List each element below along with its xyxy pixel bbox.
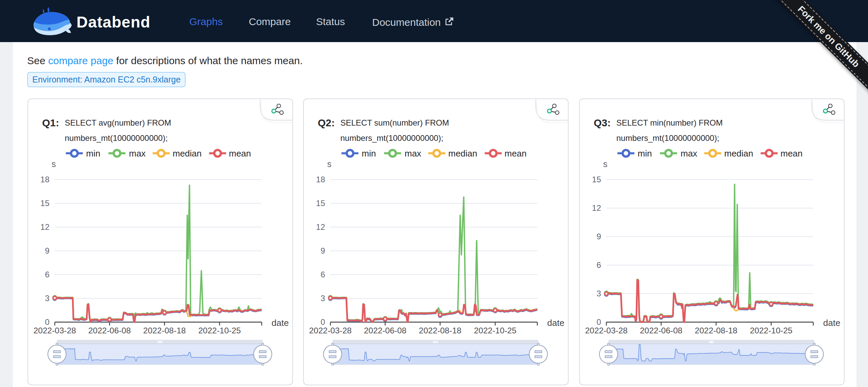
svg-text:2022-03-28: 2022-03-28 (585, 326, 627, 335)
svg-text:15: 15 (40, 199, 49, 208)
svg-text:2022-08-18: 2022-08-18 (695, 326, 737, 335)
svg-text:2022-08-18: 2022-08-18 (143, 326, 186, 335)
svg-text:SELECT avg(number) FROM: SELECT avg(number) FROM (65, 118, 171, 127)
svg-text:min: min (638, 148, 652, 159)
svg-text:0: 0 (596, 317, 601, 326)
svg-text:9: 9 (45, 246, 49, 255)
svg-text:0: 0 (320, 317, 325, 326)
svg-text:median: median (448, 148, 477, 159)
svg-text:numbers_mt(10000000000);: numbers_mt(10000000000); (65, 133, 168, 143)
svg-text:0: 0 (45, 317, 49, 326)
svg-text:mean: mean (229, 148, 251, 159)
svg-text:9: 9 (320, 246, 325, 255)
svg-text:6: 6 (320, 270, 325, 279)
svg-text:18: 18 (316, 175, 325, 184)
svg-text:s: s (51, 159, 56, 169)
svg-text:12: 12 (592, 203, 601, 213)
svg-text:6: 6 (596, 260, 601, 270)
svg-text:max: max (405, 148, 421, 159)
svg-text:median: median (724, 148, 753, 159)
svg-text:6: 6 (45, 270, 49, 279)
svg-text:3: 3 (320, 293, 325, 302)
svg-text:2022-03-28: 2022-03-28 (33, 326, 76, 335)
svg-text:2022-06-08: 2022-06-08 (88, 326, 131, 335)
svg-text:2022-10-25: 2022-10-25 (198, 326, 241, 335)
svg-text:numbers_mt(10000000000);: numbers_mt(10000000000); (616, 133, 719, 143)
svg-text:Q2:: Q2: (318, 117, 335, 128)
svg-text:SELECT sum(number) FROM: SELECT sum(number) FROM (341, 118, 449, 127)
svg-text:max: max (680, 148, 697, 159)
svg-text:Q1:: Q1: (42, 117, 59, 128)
svg-text:SELECT min(number) FROM: SELECT min(number) FROM (616, 118, 723, 127)
svg-text:date: date (547, 318, 565, 328)
svg-text:Q3:: Q3: (594, 117, 611, 128)
svg-text:12: 12 (40, 222, 49, 232)
svg-text:date: date (823, 318, 840, 328)
svg-text:min: min (86, 148, 100, 159)
svg-text:s: s (603, 159, 608, 169)
svg-text:numbers_mt(10000000000);: numbers_mt(10000000000); (341, 133, 444, 143)
svg-text:date: date (272, 318, 289, 328)
svg-text:2022-08-18: 2022-08-18 (419, 326, 462, 335)
svg-text:9: 9 (596, 232, 601, 241)
svg-text:12: 12 (316, 222, 325, 232)
svg-text:max: max (129, 148, 145, 159)
svg-text:min: min (362, 148, 376, 159)
svg-text:mean: mean (505, 148, 527, 159)
svg-text:2022-03-28: 2022-03-28 (309, 326, 352, 335)
svg-text:2022-10-25: 2022-10-25 (750, 326, 792, 335)
svg-text:15: 15 (316, 199, 325, 208)
svg-text:3: 3 (596, 289, 601, 298)
svg-text:2022-10-25: 2022-10-25 (474, 326, 517, 335)
svg-text:15: 15 (592, 175, 601, 184)
svg-text:18: 18 (40, 175, 49, 184)
svg-text:s: s (327, 159, 332, 169)
svg-text:2022-06-08: 2022-06-08 (364, 326, 406, 335)
svg-text:median: median (173, 148, 202, 159)
svg-text:mean: mean (780, 148, 802, 159)
svg-text:2022-06-08: 2022-06-08 (640, 326, 682, 335)
svg-text:3: 3 (45, 293, 49, 302)
